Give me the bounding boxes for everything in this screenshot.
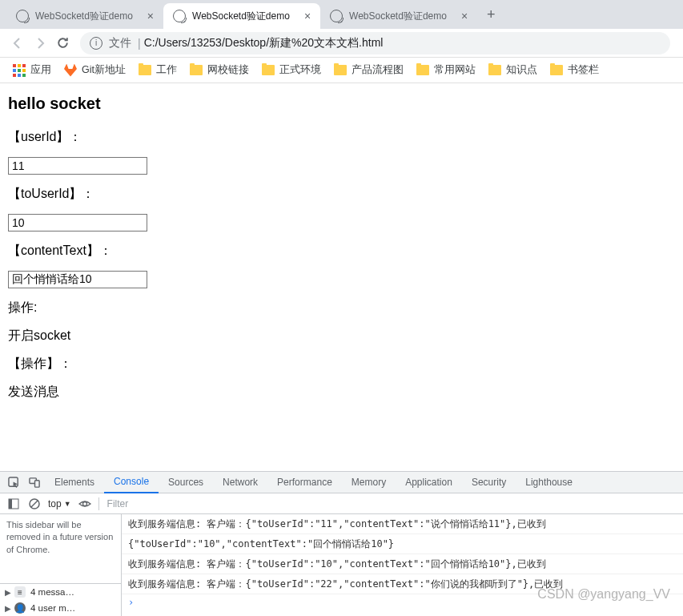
reload-button[interactable]: [51, 32, 74, 54]
filter-input[interactable]: Filter: [102, 498, 680, 509]
label-operation-2: 【操作】：: [8, 356, 675, 372]
devtools-tab-performance[interactable]: Performance: [267, 472, 342, 493]
globe-icon: [16, 10, 29, 22]
console-output: 收到服务端信息: 客户端：{"toUserId":"11","contentTe…: [122, 514, 683, 616]
bookmark-gitlab[interactable]: Git新地址: [58, 63, 132, 77]
svg-rect-4: [9, 499, 12, 509]
devtools-tab-memory[interactable]: Memory: [342, 472, 396, 493]
browser-tab-1[interactable]: WebSocketd验证demo ×: [163, 3, 320, 29]
close-icon[interactable]: ×: [304, 10, 311, 22]
svg-rect-2: [34, 480, 39, 486]
contenttext-input[interactable]: [8, 271, 147, 288]
label-contenttext: 【contentText】：: [8, 243, 675, 260]
address-bar: i 文件 | C:/Users/13253/Desktop/新建%20文本文档.…: [0, 29, 683, 58]
link-open-socket[interactable]: 开启socket: [8, 328, 675, 344]
label-userid: 【userId】：: [8, 129, 675, 146]
url-scheme: 文件: [109, 36, 131, 50]
browser-tab-0[interactable]: WebSocketd验证demo ×: [6, 3, 163, 29]
folder-icon: [190, 65, 203, 75]
tabs-bar: WebSocketd验证demo × WebSocketd验证demo × We…: [0, 0, 683, 29]
console-sidebar: This sidebar will be removed in a future…: [0, 514, 122, 616]
clear-icon[interactable]: [24, 494, 45, 513]
devtools-tab-sources[interactable]: Sources: [159, 472, 213, 493]
console-line[interactable]: 收到服务端信息: 客户端：{"toUserId":"10","contentTe…: [122, 554, 683, 574]
apps-icon: [13, 64, 26, 77]
sidebar-row-messages[interactable]: ▶ ≡ 4 messa…: [0, 584, 121, 600]
browser-tab-2[interactable]: WebSocketd验证demo ×: [320, 3, 477, 29]
page-content: hello socket 【userId】： 【toUserId】： 【cont…: [0, 83, 683, 423]
sidebar-toggle-icon[interactable]: [3, 494, 24, 513]
bookmark-folder[interactable]: 产品流程图: [327, 63, 410, 77]
folder-icon: [550, 65, 563, 75]
bookmark-folder[interactable]: 网校链接: [183, 63, 255, 77]
bookmark-folder[interactable]: 工作: [132, 63, 183, 77]
svg-line-6: [31, 501, 38, 507]
url-input[interactable]: i 文件 | C:/Users/13253/Desktop/新建%20文本文档.…: [80, 32, 670, 54]
user-messages-icon: 👤: [14, 602, 26, 614]
console-prompt[interactable]: ›: [122, 594, 683, 610]
svg-point-7: [82, 501, 86, 505]
sidebar-row-user[interactable]: ▶ 👤 4 user m…: [0, 600, 121, 616]
scope-selector[interactable]: top ▼: [45, 498, 74, 509]
bookmark-folder[interactable]: 书签栏: [544, 63, 605, 77]
close-icon[interactable]: ×: [147, 10, 154, 22]
gitlab-icon: [64, 64, 77, 77]
device-icon[interactable]: [24, 472, 45, 493]
globe-icon: [173, 10, 186, 22]
tab-title: WebSocketd验证demo: [35, 10, 133, 23]
chevron-right-icon: ▶: [5, 588, 11, 597]
label-touserid: 【toUserId】：: [8, 186, 675, 203]
folder-icon: [334, 65, 347, 75]
inspect-icon[interactable]: [3, 472, 24, 493]
bookmark-folder[interactable]: 常用网站: [410, 63, 482, 77]
devtools-tab-application[interactable]: Application: [396, 472, 462, 493]
userid-input[interactable]: [8, 157, 147, 175]
info-icon[interactable]: i: [90, 37, 102, 50]
bookmark-folder[interactable]: 知识点: [482, 63, 544, 77]
bookmarks-bar: 应用 Git新地址 工作 网校链接 正式环境 产品流程图 常用网站 知识点 书签…: [0, 58, 683, 83]
devtools-tabs: Elements Console Sources Network Perform…: [0, 472, 683, 493]
sidebar-notice: This sidebar will be removed in a future…: [0, 514, 121, 583]
folder-icon: [262, 65, 275, 75]
touserid-input[interactable]: [8, 214, 147, 232]
bookmark-folder[interactable]: 正式环境: [255, 63, 327, 77]
messages-icon: ≡: [14, 586, 26, 598]
folder-icon: [139, 65, 151, 75]
tab-title: WebSocketd验证demo: [192, 10, 290, 23]
console-line[interactable]: {"toUserId":"10","contentText":"回个悄悄话给10…: [122, 534, 683, 554]
devtools-tab-network[interactable]: Network: [213, 472, 267, 493]
browser-chrome: WebSocketd验证demo × WebSocketd验证demo × We…: [0, 0, 683, 83]
chevron-right-icon: ▶: [5, 604, 11, 613]
link-send-message[interactable]: 发送消息: [8, 384, 675, 401]
devtools-tab-elements[interactable]: Elements: [45, 472, 104, 493]
devtools-tab-security[interactable]: Security: [462, 472, 516, 493]
folder-icon: [488, 65, 501, 75]
globe-icon: [330, 10, 343, 22]
devtools: Elements Console Sources Network Perform…: [0, 471, 683, 616]
back-button[interactable]: [6, 32, 29, 54]
label-operation: 操作:: [8, 300, 675, 316]
forward-button[interactable]: [29, 32, 51, 54]
eye-icon[interactable]: [74, 494, 95, 513]
console-line[interactable]: 收到服务端信息: 客户端：{"toUserId":"11","contentTe…: [122, 514, 683, 534]
devtools-tab-console[interactable]: Console: [104, 472, 159, 493]
apps-button[interactable]: 应用: [6, 63, 58, 77]
tab-title: WebSocketd验证demo: [349, 10, 447, 23]
console-body: This sidebar will be removed in a future…: [0, 514, 683, 616]
devtools-tab-lighthouse[interactable]: Lighthouse: [516, 472, 582, 493]
console-line[interactable]: 收到服务端信息: 客户端：{"toUserId":"22","contentTe…: [122, 574, 683, 594]
chevron-down-icon: ▼: [64, 500, 71, 508]
folder-icon: [416, 65, 429, 75]
console-toolbar: top ▼ Filter: [0, 493, 683, 514]
close-icon[interactable]: ×: [461, 10, 468, 22]
url-path: C:/Users/13253/Desktop/新建%20文本文档.html: [144, 36, 384, 50]
new-tab-button[interactable]: +: [477, 6, 505, 23]
page-heading: hello socket: [8, 95, 675, 113]
